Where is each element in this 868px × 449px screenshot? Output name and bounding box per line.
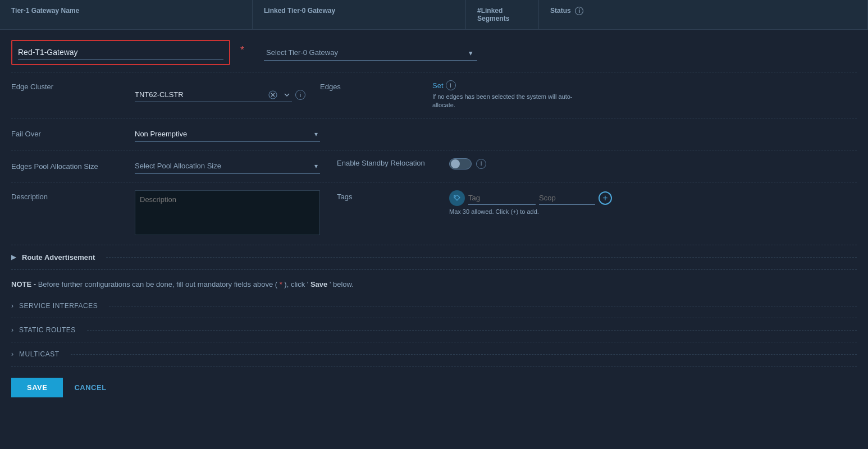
note-star: * (280, 280, 282, 288)
tag-input[interactable] (468, 191, 536, 205)
cluster-input-wrapper: TNT62-CLSTR (135, 88, 292, 102)
header-linked-segments: #Linked Segments (466, 0, 539, 29)
service-interfaces-header[interactable]: › SERVICE INTERFACES (11, 302, 857, 310)
service-divider (109, 306, 857, 306)
fail-over-select[interactable]: Non Preemptive Preemptive (135, 126, 320, 142)
tag-shape-icon (453, 194, 461, 202)
multicast-section: › MULTICAST (11, 342, 857, 366)
edges-value: Set i If no edges has been selected the … (432, 80, 857, 110)
pool-allocation-row: Edges Pool Allocation Size Select Pool A… (11, 150, 857, 182)
service-expand-arrow: › (11, 302, 13, 310)
header-linked-gateway: Linked Tier-0 Gateway (253, 0, 466, 29)
name-field-border (11, 40, 230, 65)
standby-label: Enable Standby Relocation (337, 158, 449, 168)
fail-over-row: Fail Over Non Preemptive Preemptive ▾ (11, 118, 857, 150)
edges-label: Edges (320, 80, 432, 110)
linked-gateway-select[interactable]: Select Tier-0 Gateway (264, 45, 477, 61)
edge-cluster-field: TNT62-CLSTR i (135, 80, 320, 110)
route-expand-arrow: ▶ (11, 253, 16, 261)
note-section: NOTE - Before further configurations can… (11, 270, 857, 295)
cancel-button[interactable]: CANCEL (74, 383, 106, 392)
tags-section: Tags + Max 30 allowed. Click (+) to add. (320, 190, 857, 215)
note-text: NOTE - Before further configurations can… (11, 279, 857, 290)
edge-cluster-row: Edge Cluster TNT62-CLSTR i (11, 72, 857, 118)
note-save: Save (310, 280, 327, 288)
pool-select-wrapper: Select Pool Allocation Size Small Medium… (135, 158, 320, 174)
route-divider (106, 257, 857, 258)
add-tag-button[interactable]: + (599, 191, 612, 205)
description-field (135, 190, 320, 237)
cluster-expand-button[interactable] (282, 91, 292, 99)
fail-over-label: Fail Over (11, 126, 135, 138)
service-interfaces-title: SERVICE INTERFACES (19, 302, 98, 310)
multicast-expand-arrow: › (11, 350, 13, 358)
cluster-info-icon[interactable]: i (295, 90, 305, 100)
toggle-knob (451, 159, 460, 168)
linked-gateway-field: Select Tier-0 Gateway ▾ (264, 45, 477, 61)
desc-tags-row: Description Tags + Max 30 all (11, 182, 857, 245)
static-routes-header[interactable]: › STATIC ROUTES (11, 326, 857, 334)
standby-controls: i (449, 158, 486, 169)
save-button[interactable]: SAVE (11, 378, 63, 397)
note-text2: ), click ' (284, 280, 308, 288)
fail-over-select-wrapper: Non Preemptive Preemptive ▾ (135, 126, 320, 142)
status-info-icon[interactable]: i (575, 7, 583, 15)
note-body: Before further configurations can be don… (38, 280, 277, 288)
standby-info-icon[interactable]: i (476, 159, 486, 169)
chevron-down-icon (283, 91, 291, 99)
route-advertisement-title: Route Advertisement (22, 253, 95, 262)
note-text3: ' below. (330, 280, 354, 288)
auto-allocate-text: If no edges has been selected the system… (432, 93, 590, 110)
header-tier1-name: Tier-1 Gateway Name (0, 0, 253, 29)
edge-cluster-label: Edge Cluster (11, 80, 135, 110)
description-textarea[interactable] (135, 190, 320, 235)
static-routes-section: › STATIC ROUTES (11, 318, 857, 342)
route-advertisement-header[interactable]: ▶ Route Advertisement (11, 253, 857, 262)
cluster-clear-button[interactable] (267, 90, 278, 99)
footer-buttons: SAVE CANCEL (11, 366, 857, 409)
route-advertisement-section: ▶ Route Advertisement (11, 245, 857, 270)
note-prefix: NOTE - (11, 280, 36, 288)
tier1-gateway-name-input[interactable] (18, 45, 223, 59)
gateway-name-row: * Select Tier-0 Gateway ▾ (11, 30, 857, 72)
static-divider (87, 330, 857, 331)
scope-input[interactable] (539, 191, 595, 205)
tags-input-wrapper: + (449, 190, 612, 206)
table-header: Tier-1 Gateway Name Linked Tier-0 Gatewa… (0, 0, 868, 30)
service-interfaces-section: › SERVICE INTERFACES (11, 294, 857, 318)
tag-icon (449, 190, 465, 206)
tags-label: Tags (337, 190, 449, 201)
static-routes-title: STATIC ROUTES (19, 326, 76, 334)
svg-point-3 (455, 196, 456, 197)
standby-section: Enable Standby Relocation i (320, 158, 857, 169)
x-circle-icon (268, 90, 277, 99)
edges-section: Edges Set i If no edges has been selecte… (320, 80, 857, 110)
required-star: * (240, 44, 244, 56)
form-content: * Select Tier-0 Gateway ▾ Edge Cluster T… (0, 30, 868, 409)
multicast-header[interactable]: › MULTICAST (11, 350, 857, 358)
pool-label: Edges Pool Allocation Size (11, 158, 135, 172)
header-status: Status i (539, 0, 868, 29)
multicast-title: MULTICAST (19, 350, 60, 358)
multicast-divider (71, 354, 857, 355)
edges-set-link[interactable]: Set i (432, 80, 857, 90)
standby-toggle[interactable] (449, 158, 472, 169)
max-tags-text: Max 30 allowed. Click (+) to add. (449, 208, 612, 215)
pool-allocation-select[interactable]: Select Pool Allocation Size Small Medium… (135, 158, 320, 174)
cluster-value: TNT62-CLSTR (135, 90, 264, 99)
description-label: Description (11, 190, 135, 201)
tags-input-area: + Max 30 allowed. Click (+) to add. (449, 190, 612, 215)
edges-info-icon[interactable]: i (446, 80, 456, 90)
name-field-wrapper: * (11, 40, 264, 65)
static-expand-arrow: › (11, 326, 13, 334)
